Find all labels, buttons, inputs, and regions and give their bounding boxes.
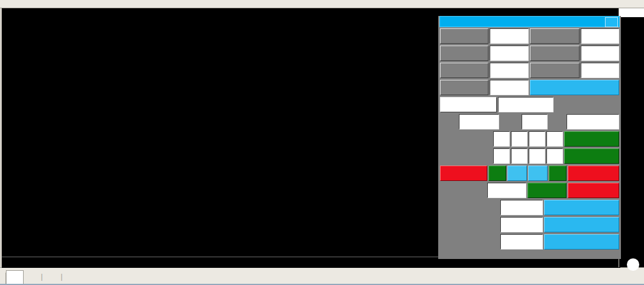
sell-off-button[interactable] [568,166,619,181]
position-pl-label [440,80,488,95]
facebook-icon [627,258,639,271]
account-balance-label [440,28,488,44]
trade-time-1-field-4[interactable] [546,131,563,147]
yesterday-pl-label [530,63,580,78]
ea-sell-close-button[interactable] [544,217,619,232]
tab-xauusd-m5-active[interactable] [6,270,24,284]
price-axis[interactable] [619,8,644,267]
free-margin-value [490,46,529,61]
spread-label [500,114,520,129]
row-balance [439,28,620,44]
month-pl-value [581,46,619,61]
ea-buy-pl-label [440,200,499,215]
chart-symbol-ohlc-label [8,11,11,20]
symbol-value [498,97,554,112]
ask-label [440,114,458,129]
free-margin-label [440,46,488,61]
server-time [555,97,619,112]
watermark [627,258,642,271]
account-balance-value [490,28,529,44]
ea-trade-panel [438,16,621,259]
strategy-1-5-button[interactable] [564,148,619,164]
tab-eurusd-m30[interactable] [43,272,60,284]
equity-label [530,28,580,44]
tab-separator: | [41,272,43,281]
panel-header[interactable] [439,16,620,27]
trade-time-1-field-1[interactable] [493,131,510,147]
row-ea-sell-pl [439,216,620,233]
row-trade-time-2 [439,148,620,164]
ea-position-pl-value [500,234,543,250]
row-free-margin [439,45,620,61]
tab-separator: | [60,272,62,281]
today-pl-value [490,63,529,78]
spread-value [522,114,548,129]
trade-time-1-field-3[interactable] [529,131,545,147]
row-position-pl [439,79,620,96]
row-unlock [439,182,620,199]
ask-value [459,114,499,129]
row-buy-sell-switches [439,165,620,182]
unlock-close-button[interactable] [568,183,619,198]
trade-time-2-field-4[interactable] [546,148,563,164]
bid-value [567,114,619,129]
row-quotes [439,114,620,130]
trade-time-2-field-3[interactable] [529,148,545,164]
ea-sell-pl-label [440,217,499,232]
buy-off-button[interactable] [440,166,487,181]
trade-time-2-field-1[interactable] [493,148,510,164]
ea-position-pl-label [440,234,499,250]
position-pl-value [490,80,529,95]
ea-close-all-button[interactable] [544,234,619,250]
sr-button[interactable] [549,166,567,181]
row-ea-buy-pl [439,199,620,216]
yesterday-pl-value [581,63,619,78]
ea-sell-pl-value [500,217,543,232]
close-all-positions-button[interactable] [530,80,619,95]
top-toolbar[interactable] [0,0,644,8]
strategy-1-button[interactable] [564,131,619,147]
month-pl-label [530,46,580,61]
row-ea-position-pl [439,234,620,250]
bid-label [549,114,565,129]
chart-tab-bar: | | [0,267,644,284]
sell-button[interactable] [528,166,548,181]
row-today-pl [439,62,620,79]
unlock-price-field[interactable] [487,183,526,198]
today-pl-label [440,63,488,78]
trade-time-2-field-2[interactable] [511,148,528,164]
ea-buy-pl-value [500,200,543,215]
sell-unlock-button[interactable] [528,183,567,198]
current-price-tag [619,8,644,17]
row-trend [439,96,620,113]
panel-collapse-button[interactable] [605,17,618,27]
trend-state-button[interactable] [440,97,497,112]
equity-value [581,28,619,44]
tab-xauusd-m5[interactable] [24,272,40,284]
buy-button[interactable] [507,166,527,181]
trade-time-1-label [440,131,492,147]
mt4-window: | | [0,0,644,285]
ea-buy-close-button[interactable] [544,200,619,215]
chart-window[interactable] [0,8,644,267]
tab-bar-notch [0,273,6,284]
row-trade-time-1 [439,131,620,147]
unlock-price-label [440,183,486,198]
br-button[interactable] [488,166,506,181]
trade-time-2-label [440,148,492,164]
trade-time-1-field-2[interactable] [511,131,528,147]
